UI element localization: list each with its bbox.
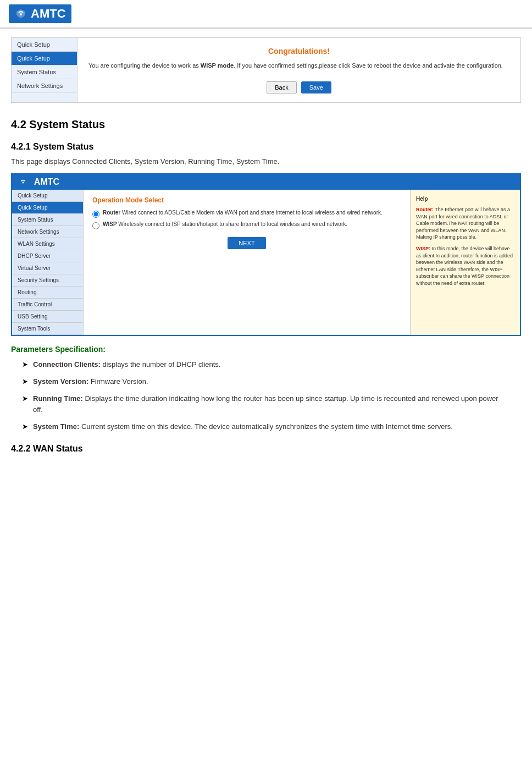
- top-screenshot-panel: Quick Setup Quick Setup System Status Ne…: [11, 37, 521, 103]
- panel2-logo-icon: [18, 177, 29, 188]
- logo: AMTC: [9, 4, 71, 23]
- next-btn-row: NEXT: [92, 237, 401, 249]
- section-42-heading: 4.2 System Status: [11, 118, 521, 131]
- param-text-2: Running Time: Displays the time duration…: [33, 393, 510, 416]
- inner-nav-4[interactable]: WLAN Settings: [12, 238, 83, 250]
- logo-box: AMTC: [9, 4, 71, 23]
- inner-nav-5[interactable]: DHCP Server: [12, 250, 83, 262]
- inner-nav-2[interactable]: System Status: [12, 214, 83, 226]
- param-item-1: ➤ System Version: Firmware Version.: [22, 376, 510, 388]
- param-desc-0: displays the number of DHCP clients.: [101, 360, 221, 368]
- param-arrow-2: ➤: [22, 393, 31, 416]
- param-item-3: ➤ System Time: Current system time on th…: [22, 421, 510, 433]
- wisp-radio-row: WISP Wirelessly connect to ISP station/h…: [92, 221, 401, 229]
- svg-point-1: [22, 181, 24, 183]
- top-sidebar: Quick Setup Quick Setup System Status Ne…: [12, 38, 77, 102]
- inner-nav-11[interactable]: System Tools: [12, 323, 83, 335]
- section-421-heading: 4.2.1 System Status: [11, 142, 521, 152]
- param-desc-1: Firmware Version.: [88, 377, 148, 386]
- inner-nav-3[interactable]: Network Settings: [12, 226, 83, 238]
- top-nav-quick-setup-1[interactable]: Quick Setup: [12, 38, 77, 52]
- inner-nav-7[interactable]: Security Settings: [12, 274, 83, 287]
- inner-main-content: Operation Mode Select Router Wired conne…: [84, 190, 410, 335]
- inner-nav-6[interactable]: Virtual Server: [12, 262, 83, 274]
- section-421-desc: This page displays Connected Clients, Sy…: [11, 156, 521, 167]
- desc-part2: . If you have confirmed settings,please …: [234, 62, 503, 69]
- top-nav-quick-setup-2[interactable]: Quick Setup: [12, 52, 77, 65]
- save-button[interactable]: Save: [301, 81, 331, 93]
- param-desc-2: Displays the time duration indicating ho…: [33, 394, 498, 414]
- help-router-label: Router:: [416, 207, 434, 212]
- section-422-heading: 4.2.2 WAN Status: [11, 444, 521, 454]
- params-heading: Parameters Specification:: [11, 345, 521, 354]
- param-text-3: System Time: Current system time on this…: [33, 421, 510, 433]
- param-arrow-0: ➤: [22, 359, 31, 371]
- panel2-logo-text: AMTC: [32, 177, 59, 187]
- param-label-3: System Time:: [33, 422, 79, 431]
- panel-description: You are configuring the device to work a…: [88, 61, 509, 70]
- wisp-radio-label: WISP Wirelessly connect to ISP station/h…: [103, 221, 347, 227]
- desc-part1: You are configuring the device to work a…: [88, 62, 201, 69]
- param-item-0: ➤ Connection Clients: displays the numbe…: [22, 359, 510, 371]
- param-arrow-1: ➤: [22, 376, 31, 388]
- next-button[interactable]: NEXT: [228, 237, 265, 249]
- logo-icon: [14, 7, 27, 20]
- param-label-1: System Version:: [33, 377, 88, 386]
- param-label-0: Connection Clients:: [33, 360, 101, 368]
- logo-text: AMTC: [31, 7, 66, 21]
- inner-nav-0[interactable]: Quick Setup: [12, 190, 83, 202]
- inner-nav-10[interactable]: USB Setting: [12, 311, 83, 323]
- router-radio-label: Router Wired connect to ADSL/Cable Modem…: [103, 210, 383, 216]
- help-router-text: Router: The Ethernet port will behave as…: [416, 206, 514, 241]
- param-text-1: System Version: Firmware Version.: [33, 376, 510, 388]
- param-text-0: Connection Clients: displays the number …: [33, 359, 510, 371]
- panel2-header: AMTC: [12, 174, 520, 190]
- inner-nav-9[interactable]: Traffic Control: [12, 299, 83, 311]
- help-wisp-desc: In this mode, the device will behave as …: [416, 246, 513, 286]
- top-nav-system-status[interactable]: System Status: [12, 65, 77, 79]
- param-desc-3: Current system time on this device. The …: [79, 422, 453, 431]
- congratulations-title: Congratulations!: [88, 47, 509, 56]
- btn-row: Back Save: [88, 81, 509, 93]
- header: AMTC: [0, 0, 532, 29]
- page-wrapper: AMTC Quick Setup Quick Setup System Stat…: [0, 0, 532, 454]
- router-radio-row: Router Wired connect to ADSL/Cable Modem…: [92, 210, 401, 218]
- top-nav-network-settings[interactable]: Network Settings: [12, 79, 77, 93]
- help-wisp-label: WISP:: [416, 246, 430, 251]
- param-item-2: ➤ Running Time: Displays the time durati…: [22, 393, 510, 416]
- top-panel-content: Congratulations! You are configuring the…: [77, 38, 520, 102]
- wisp-radio[interactable]: [92, 222, 99, 229]
- param-arrow-3: ➤: [22, 421, 31, 433]
- svg-point-0: [20, 13, 22, 15]
- inner-nav-routing[interactable]: Routing: [12, 287, 83, 299]
- inner-sidebar: Quick Setup Quick Setup System Status Ne…: [12, 190, 84, 335]
- op-mode-title: Operation Mode Select: [92, 196, 401, 204]
- back-button[interactable]: Back: [267, 81, 296, 93]
- help-panel: Help Router: The Ethernet port will beha…: [410, 190, 520, 335]
- help-wisp-text: WISP: In this mode, the device will beha…: [416, 245, 514, 287]
- panel2-body: Quick Setup Quick Setup System Status Ne…: [12, 190, 520, 335]
- inner-screenshot-panel: AMTC Quick Setup Quick Setup System Stat…: [11, 173, 521, 336]
- desc-bold: WISP mode: [201, 62, 234, 69]
- param-label-2: Running Time:: [33, 394, 83, 403]
- inner-nav-1[interactable]: Quick Setup: [12, 202, 83, 214]
- router-radio[interactable]: [92, 211, 99, 218]
- help-title: Help: [416, 195, 514, 203]
